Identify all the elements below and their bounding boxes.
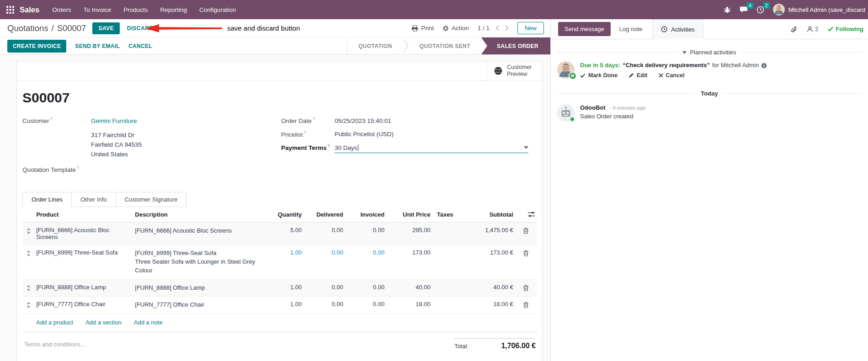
address-line: 317 Fairchild Dr <box>91 130 281 140</box>
mark-done-action[interactable]: Mark Done <box>580 72 618 79</box>
form-view-panel: Quotations / S00007 SAVE DISCARD save an… <box>0 19 550 361</box>
activities-tab[interactable]: Activities <box>652 19 703 39</box>
followers-button[interactable]: 2 <box>807 26 818 32</box>
breadcrumb-parent[interactable]: Quotations <box>7 23 48 33</box>
stage-quotation-sent[interactable]: QUOTATION SENT <box>409 37 481 54</box>
messages-icon[interactable]: 4 <box>740 6 748 13</box>
cell-delivered[interactable]: 0.00 <box>304 297 345 314</box>
cell-quantity[interactable]: 1.00 <box>269 244 304 279</box>
nav-menu-products[interactable]: Products <box>123 6 148 13</box>
send-by-email-button[interactable]: SEND BY EMAIL <box>75 43 120 49</box>
cell-taxes[interactable] <box>432 297 456 314</box>
cancel-action[interactable]: Cancel <box>659 72 685 79</box>
cell-delivered[interactable]: 0.00 <box>304 222 345 244</box>
apps-grid-icon[interactable] <box>6 6 14 14</box>
cell-description[interactable]: [FURN_7777] Office Chair <box>133 297 269 314</box>
stage-quotation[interactable]: QUOTATION <box>347 37 403 54</box>
planned-activities-toggle[interactable]: Planned activities <box>682 49 736 56</box>
pager-prev-icon[interactable] <box>495 25 499 31</box>
print-button[interactable]: Print <box>411 25 434 32</box>
cell-delivered[interactable]: 0.00 <box>304 244 345 279</box>
save-button[interactable]: SAVE <box>92 22 119 34</box>
add-a-section-link[interactable]: Add a section <box>85 319 122 326</box>
nav-menu-to-invoice[interactable]: To Invoice <box>83 6 111 13</box>
nav-menu-reporting[interactable]: Reporting <box>160 6 187 13</box>
col-taxes: Taxes <box>432 207 456 223</box>
log-note-button[interactable]: Log note <box>619 26 643 32</box>
drag-handle-icon[interactable] <box>22 244 34 279</box>
nav-menu-configuration[interactable]: Configuration <box>199 6 236 13</box>
order-line-row[interactable]: [FURN_7777] Office Chair[FURN_7777] Offi… <box>22 297 537 314</box>
cell-invoiced[interactable]: 0.00 <box>345 222 386 244</box>
cell-product[interactable]: [FURN_6666] Acoustic Bloc Screens <box>34 222 133 244</box>
cell-taxes[interactable] <box>432 279 456 297</box>
order-line-row[interactable]: [FURN_8999] Three-Seat Sofa[FURN_8999] T… <box>22 244 537 279</box>
cell-taxes[interactable] <box>432 222 456 244</box>
stage-sales-order[interactable]: SALES ORDER <box>481 37 550 54</box>
drag-handle-icon[interactable] <box>22 297 34 314</box>
tab-order-lines[interactable]: Order Lines <box>22 192 72 207</box>
col-quantity: Quantity <box>269 207 304 223</box>
terms-placeholder[interactable]: Terms and conditions... <box>24 338 85 348</box>
pager-next-icon[interactable] <box>505 25 509 31</box>
delete-line-button[interactable] <box>515 244 537 279</box>
app-name[interactable]: Sales <box>20 5 39 14</box>
cell-product[interactable]: [FURN_7777] Office Chair <box>34 297 133 314</box>
drag-handle-icon[interactable] <box>22 279 34 297</box>
order-line-row[interactable]: [FURN_8888] Office Lamp[FURN_8888] Offic… <box>22 279 537 297</box>
discard-button[interactable]: DISCARD <box>127 25 153 32</box>
pager-value: 1 / 1 <box>478 25 490 32</box>
bug-icon[interactable] <box>724 6 731 13</box>
cell-unit-price[interactable]: 40.00 <box>386 279 432 297</box>
cell-quantity[interactable]: 1.00 <box>269 279 304 297</box>
tab-other-info[interactable]: Other Info <box>71 192 116 207</box>
cell-unit-price[interactable]: 173.00 <box>386 244 432 279</box>
following-button[interactable]: Following <box>828 26 863 32</box>
customer-link[interactable]: Gemini Furniture <box>91 117 137 124</box>
column-settings-icon[interactable] <box>515 207 537 223</box>
cell-unit-price[interactable]: 18.00 <box>386 297 432 314</box>
tab-customer-signature[interactable]: Customer Signature <box>116 192 187 207</box>
cell-invoiced[interactable]: 0.00 <box>345 297 386 314</box>
delete-line-button[interactable] <box>515 279 537 297</box>
nav-menu-orders[interactable]: Orders <box>52 6 71 13</box>
cell-delivered[interactable]: 0.00 <box>304 279 345 297</box>
info-icon[interactable] <box>761 63 767 69</box>
create-invoice-button[interactable]: CREATE INVOICE <box>7 40 66 53</box>
add-a-product-link[interactable]: Add a product <box>36 319 73 326</box>
activities-clock-icon[interactable]: 2 <box>756 6 764 14</box>
cell-product[interactable]: [FURN_8888] Office Lamp <box>34 279 133 297</box>
customer-preview-button[interactable]: Customer Preview <box>486 61 542 80</box>
statusbar-stages: QUOTATIONQUOTATION SENTSALES ORDER <box>347 37 550 54</box>
cell-description[interactable]: [FURN_6666] Acoustic Bloc Screens <box>133 222 269 244</box>
order-line-row[interactable]: [FURN_6666] Acoustic Bloc Screens[FURN_6… <box>22 222 537 244</box>
drag-handle-icon[interactable] <box>22 222 34 244</box>
new-button[interactable]: New <box>517 22 544 34</box>
add-a-note-link[interactable]: Add a note <box>134 319 163 326</box>
order-date-field[interactable]: 05/25/2023 15:40:01 <box>335 117 391 124</box>
order-date-label: Order Date? <box>281 117 335 124</box>
send-message-button[interactable]: Send message <box>558 22 611 36</box>
paperclip-icon[interactable] <box>790 26 797 32</box>
delete-line-button[interactable] <box>515 222 537 244</box>
payment-terms-input[interactable]: 30 Days <box>335 144 528 153</box>
activity-due: Due in 5 days: <box>580 61 620 69</box>
cell-quantity[interactable]: 1.00 <box>269 297 304 314</box>
pricelist-field[interactable]: Public Pricelist (USD) <box>335 131 394 138</box>
pager: 1 / 1 <box>478 25 509 32</box>
cell-description[interactable]: [FURN_8999] Three-Seat SofaThree Seater … <box>133 244 269 279</box>
address-line: Fairfield CA 94535 <box>91 140 281 149</box>
edit-action[interactable]: Edit <box>628 72 648 79</box>
cell-unit-price[interactable]: 295.00 <box>386 222 432 244</box>
dropdown-caret-icon[interactable] <box>524 146 528 149</box>
cell-description[interactable]: [FURN_8888] Office Lamp <box>133 279 269 297</box>
cell-quantity[interactable]: 5.00 <box>269 222 304 244</box>
delete-line-button[interactable] <box>515 297 537 314</box>
action-button[interactable]: Action <box>442 25 469 32</box>
cell-taxes[interactable] <box>432 244 456 279</box>
cell-invoiced[interactable]: 0.00 <box>345 279 386 297</box>
cancel-button[interactable]: CANCEL <box>128 43 152 49</box>
cell-product[interactable]: [FURN_8999] Three-Seat Sofa <box>34 244 133 279</box>
user-menu[interactable]: Mitchell Admin (save_discard <box>773 4 865 16</box>
cell-invoiced[interactable]: 0.00 <box>345 244 386 279</box>
